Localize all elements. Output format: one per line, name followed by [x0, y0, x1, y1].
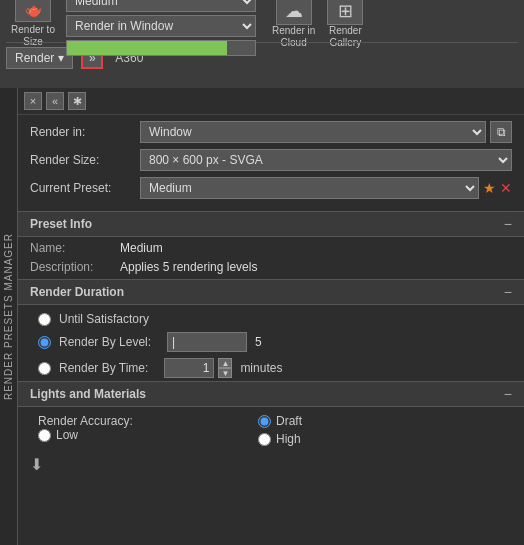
render-duration-section-header: Render Duration −	[18, 279, 524, 305]
side-label-container: RENDER PRESETS MANAGER	[0, 88, 18, 545]
render-in-label: Render in:	[30, 125, 140, 139]
preset-info-section-header: Preset Info −	[18, 211, 524, 237]
lights-materials-section-header: Lights and Materials −	[18, 381, 524, 407]
cloud-icon: ☁	[276, 0, 312, 25]
until-satisfactory-label: Until Satisfactory	[59, 312, 149, 326]
render-in-row: Render in: Window ⧉	[30, 121, 512, 143]
render-button[interactable]: Render ▾	[6, 47, 73, 69]
settings-icon: ✱	[73, 95, 82, 108]
render-size-row: Render Size: 800 × 600 px - SVGA	[30, 149, 512, 171]
lights-materials-collapse-button[interactable]: −	[504, 386, 512, 402]
render-by-time-row: Render By Time: 1 ▲ ▼ minutes	[18, 355, 524, 381]
close-panel-button[interactable]: ×	[24, 92, 42, 110]
render-size-label: Render Size:	[30, 153, 140, 167]
render-mode-select[interactable]: Render in Window	[66, 15, 256, 37]
render-by-time-label: Render By Time:	[59, 361, 148, 375]
name-row: Name: Medium	[18, 241, 524, 255]
render-by-time-input[interactable]: 1	[164, 358, 214, 378]
accuracy-low-radio[interactable]	[38, 429, 51, 442]
current-preset-select[interactable]: Medium	[140, 177, 479, 199]
panel-controls: × « ✱	[18, 88, 524, 115]
toolbar-dropdowns: Medium Render in Window	[66, 0, 256, 56]
double-arrow-icon: «	[52, 95, 58, 107]
preset-icons: ★ ✕	[483, 180, 512, 196]
progress-fill	[67, 41, 227, 55]
current-preset-label: Current Preset:	[30, 181, 140, 195]
minutes-label: minutes	[240, 361, 282, 375]
name-value: Medium	[120, 241, 163, 255]
render-dropdown-arrow: ▾	[58, 51, 64, 65]
render-by-level-radio[interactable]	[38, 336, 51, 349]
render-in-section: Render in: Window ⧉ Render Size: 800 × 6…	[18, 115, 524, 211]
side-label-text: RENDER PRESETS MANAGER	[3, 233, 14, 400]
current-preset-row: Current Preset: Medium ★ ✕	[30, 177, 512, 199]
render-by-level-controls: 5	[167, 332, 504, 352]
quality-select[interactable]: Medium	[66, 0, 256, 12]
lights-materials-label: Lights and Materials	[30, 387, 146, 401]
accuracy-high-label: High	[276, 432, 301, 446]
render-by-time-radio[interactable]	[38, 362, 51, 375]
render-accuracy-row: Render Accuracy: Low Draft High	[18, 411, 524, 449]
time-spinner-down[interactable]: ▼	[218, 368, 232, 378]
render-size-select[interactable]: 800 × 600 px - SVGA	[140, 149, 512, 171]
accuracy-high-radio[interactable]	[258, 433, 271, 446]
description-value: Applies 5 rendering levels	[120, 260, 257, 274]
accuracy-options: Draft High	[148, 414, 302, 446]
description-label: Description:	[30, 260, 120, 274]
render-duration-label: Render Duration	[30, 285, 124, 299]
close-icon: ×	[30, 95, 36, 107]
preset-info-collapse-button[interactable]: −	[504, 216, 512, 232]
render-in-icon-button[interactable]: ⧉	[490, 121, 512, 143]
panel-bottom-icon[interactable]: ⬇	[18, 449, 524, 480]
accuracy-low-option[interactable]: Low	[38, 428, 78, 442]
render-presets-panel: × « ✱ Render in: Window ⧉ Render Size:	[18, 88, 524, 545]
until-satisfactory-row: Until Satisfactory	[18, 309, 524, 329]
render-by-time-controls: 1 ▲ ▼ minutes	[164, 358, 504, 378]
delete-preset-icon[interactable]: ✕	[500, 180, 512, 196]
description-row: Description: Applies 5 rendering levels	[18, 260, 524, 274]
toolbar-row1: 🫖 Render to Size Medium Render in Window…	[6, 4, 518, 42]
render-by-level-label: Render By Level:	[59, 335, 151, 349]
render-to-size-button[interactable]: 🫖 Render to Size	[6, 0, 60, 48]
render-in-select[interactable]: Window	[140, 121, 486, 143]
accuracy-high-option[interactable]: High	[258, 432, 302, 446]
render-label: Render	[15, 51, 54, 65]
render-progress-bar	[66, 40, 256, 56]
main-area: RENDER PRESETS MANAGER × « ✱ Render in: …	[0, 88, 524, 545]
time-spinner: ▲ ▼	[218, 358, 232, 378]
toolbar: 🫖 Render to Size Medium Render in Window…	[0, 0, 524, 88]
copy-icon: ⧉	[497, 125, 506, 139]
time-spinner-up[interactable]: ▲	[218, 358, 232, 368]
render-accuracy-label-row: Render Accuracy: Low	[38, 414, 148, 442]
render-by-level-row: Render By Level: 5	[18, 329, 524, 355]
name-label: Name:	[30, 241, 120, 255]
accuracy-draft-option[interactable]: Draft	[258, 414, 302, 428]
until-satisfactory-radio[interactable]	[38, 313, 51, 326]
settings-button[interactable]: ✱	[68, 92, 86, 110]
render-duration-collapse-button[interactable]: −	[504, 284, 512, 300]
render-by-level-value: 5	[255, 335, 262, 349]
accuracy-draft-label: Draft	[276, 414, 302, 428]
teapot-icon: 🫖	[15, 0, 51, 22]
bottom-arrow-icon: ⬇	[30, 456, 43, 473]
preset-info-label: Preset Info	[30, 217, 92, 231]
star-icon[interactable]: ★	[483, 180, 496, 196]
render-by-level-input[interactable]	[167, 332, 247, 352]
accuracy-draft-radio[interactable]	[258, 415, 271, 428]
double-arrow-button[interactable]: «	[46, 92, 64, 110]
grid-icon: ⊞	[327, 0, 363, 25]
render-accuracy-label: Render Accuracy:	[38, 414, 148, 428]
accuracy-low-label: Low	[56, 428, 78, 442]
